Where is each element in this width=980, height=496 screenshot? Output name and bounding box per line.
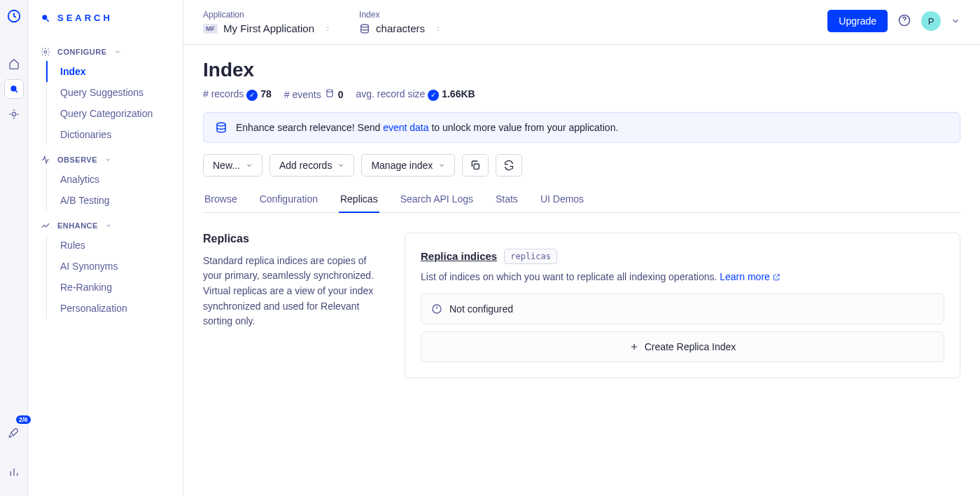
tab-search-api-logs[interactable]: Search API Logs xyxy=(399,186,475,213)
sidebar: SEARCH CONFIGURE Index Query Suggestions… xyxy=(28,0,183,496)
svg-point-1 xyxy=(10,85,16,91)
avatar[interactable]: P xyxy=(921,11,941,31)
chevron-down-icon xyxy=(337,162,344,169)
refresh-icon xyxy=(503,160,514,171)
topbar: Application MF My First Application Inde… xyxy=(183,0,980,45)
replicas-tag: replicas xyxy=(504,249,557,264)
page-title: Index xyxy=(203,59,960,81)
alert-icon xyxy=(431,303,442,315)
sidebar-brand: SEARCH xyxy=(28,13,183,37)
chevron-down-icon xyxy=(114,48,121,55)
event-data-banner: Enhance search relevance! Send event dat… xyxy=(203,112,960,143)
svg-point-3 xyxy=(42,15,47,20)
index-actions: New... Add records Manage index xyxy=(203,154,960,177)
new-button[interactable]: New... xyxy=(203,154,262,177)
copy-button[interactable] xyxy=(462,154,489,177)
tab-configuration[interactable]: Configuration xyxy=(258,186,319,213)
add-records-button[interactable]: Add records xyxy=(270,154,354,177)
sidebar-section-configure[interactable]: CONFIGURE xyxy=(28,37,183,61)
index-stats: # records ✓78 # events 0 avg. record siz… xyxy=(203,88,960,101)
learn-more-link[interactable]: Learn more xyxy=(720,271,780,282)
sidebar-item-analytics[interactable]: Analytics xyxy=(46,169,183,190)
algolia-logo-icon[interactable] xyxy=(6,8,22,26)
replicas-description: Replicas Standard replica indices are co… xyxy=(203,233,384,378)
main: Application MF My First Application Inde… xyxy=(183,0,980,496)
chevron-down-icon[interactable] xyxy=(951,16,960,26)
icon-rail xyxy=(0,0,28,496)
database-icon xyxy=(324,88,335,98)
index-name: characters xyxy=(376,22,425,34)
application-selector[interactable]: Application MF My First Application xyxy=(203,10,331,34)
refresh-button[interactable] xyxy=(496,154,522,177)
sidebar-section-observe[interactable]: OBSERVE xyxy=(28,145,183,169)
create-replica-button[interactable]: Create Replica Index xyxy=(421,331,944,362)
tab-replicas[interactable]: Replicas xyxy=(339,186,379,213)
rail-rocket-icon[interactable] xyxy=(4,423,24,443)
chevron-down-icon xyxy=(105,222,112,229)
sidebar-item-ai-synonyms[interactable]: AI Synonyms xyxy=(46,256,183,277)
event-data-link[interactable]: event data xyxy=(383,122,428,133)
help-icon[interactable] xyxy=(897,13,911,29)
index-selector[interactable]: Index characters xyxy=(359,10,442,34)
rail-recommend-icon[interactable] xyxy=(4,104,24,124)
gear-icon xyxy=(41,47,50,57)
search-icon xyxy=(41,13,50,23)
check-icon: ✓ xyxy=(246,90,258,101)
manage-index-button[interactable]: Manage index xyxy=(361,154,455,177)
svg-rect-9 xyxy=(474,164,479,169)
sidebar-item-dictionaries[interactable]: Dictionaries xyxy=(46,124,183,145)
database-icon xyxy=(359,23,370,34)
sidebar-item-ab-testing[interactable]: A/B Testing xyxy=(46,190,183,211)
sidebar-item-query-suggestions[interactable]: Query Suggestions xyxy=(46,82,183,103)
sidebar-section-enhance[interactable]: ENHANCE xyxy=(28,211,183,235)
rail-home-icon[interactable] xyxy=(4,54,24,74)
sidebar-item-re-ranking[interactable]: Re-Ranking xyxy=(46,277,183,298)
activity-icon xyxy=(41,155,50,165)
app-badge: MF xyxy=(203,24,218,34)
external-link-icon xyxy=(773,273,780,281)
trending-icon xyxy=(41,221,50,230)
sidebar-item-index[interactable]: Index xyxy=(46,61,183,82)
chevron-down-icon xyxy=(104,156,111,163)
rail-search-icon[interactable] xyxy=(4,79,24,99)
database-icon xyxy=(215,121,227,134)
sidebar-item-personalization[interactable]: Personalization xyxy=(46,298,183,319)
svg-point-4 xyxy=(44,50,47,53)
selector-icon xyxy=(324,24,331,34)
selector-icon xyxy=(435,24,442,34)
chevron-down-icon xyxy=(438,162,445,169)
chevron-down-icon xyxy=(246,162,253,169)
tabs: Browse Configuration Replicas Search API… xyxy=(203,186,960,213)
tab-browse[interactable]: Browse xyxy=(203,186,239,213)
copy-icon xyxy=(470,160,481,171)
tab-ui-demos[interactable]: UI Demos xyxy=(539,186,585,213)
replica-indices-title: Replica indices xyxy=(421,250,497,262)
sidebar-item-query-categorization[interactable]: Query Categorization xyxy=(46,103,183,124)
upgrade-button[interactable]: Upgrade xyxy=(827,10,888,32)
svg-point-5 xyxy=(361,25,369,27)
rail-analytics-icon[interactable] xyxy=(4,462,24,482)
app-name: My First Application xyxy=(223,22,314,34)
tab-stats[interactable]: Stats xyxy=(494,186,519,213)
check-icon: ✓ xyxy=(428,90,439,101)
svg-point-2 xyxy=(12,112,15,116)
sidebar-item-rules[interactable]: Rules xyxy=(46,235,183,256)
svg-point-8 xyxy=(217,123,225,126)
replica-indices-panel: Replica indices replicas List of indices… xyxy=(405,233,960,378)
plus-icon xyxy=(629,342,639,352)
not-configured-notice: Not configured xyxy=(421,294,944,324)
svg-point-7 xyxy=(327,90,332,92)
